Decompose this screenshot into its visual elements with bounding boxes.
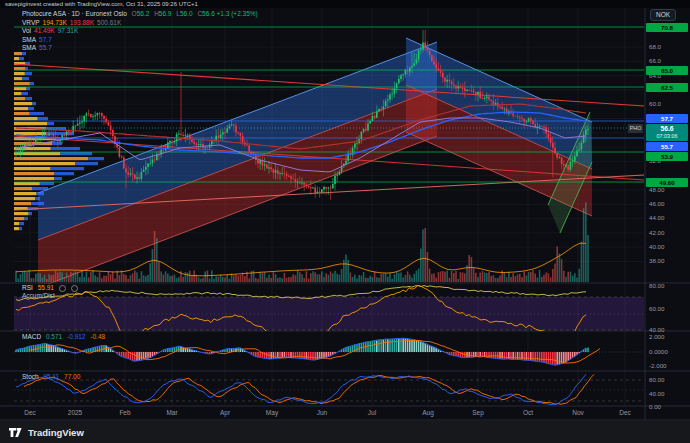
time-axis[interactable]: Dec2025FebMarAprMayJunJulAugSepOctNovDec (0, 407, 690, 420)
last-price-symbol-tag: PHO (628, 124, 643, 133)
macd-line-value: -0.912 (67, 333, 85, 340)
indicator-value: 55.7 (39, 44, 52, 51)
macd-label: MACD (22, 333, 41, 340)
close-value: 56.6 (202, 10, 215, 17)
high-value: 56.9 (159, 10, 172, 17)
stoch-d-value: 77.00 (64, 373, 80, 380)
rsi-legend[interactable]: RSI 55.91 Accum/Dist (22, 284, 78, 300)
tradingview-brand-text[interactable]: TradingView (28, 427, 84, 438)
time-axis-label: Dec (24, 407, 36, 419)
price-level-badge: 57.7 (646, 114, 688, 123)
price-level-badge: 62.5 (646, 83, 688, 92)
indicator-scale-tick: 60.00 (649, 305, 664, 313)
accum-dist-label[interactable]: Accum/Dist (22, 292, 78, 300)
macd-hist-value: 0.571 (46, 333, 62, 340)
indicator-name: Vol (22, 27, 31, 34)
price-level-badge: 70.8 (646, 23, 688, 32)
time-axis-label: Jun (317, 407, 327, 419)
time-axis-label: Jul (368, 407, 376, 419)
time-axis-label: Mar (166, 407, 177, 419)
indicator-scale-tick: 80.00 (649, 282, 664, 290)
time-axis-label: Aug (422, 407, 434, 419)
indicator-scale-tick: 80.00 (649, 376, 664, 384)
indicator-legend-row[interactable]: Vol41.49K97.31K (22, 27, 258, 36)
attribution-bar: savepiginvest created with TradingView.c… (0, 0, 690, 8)
macd-legend[interactable]: MACD 0.571 -0.912 -0.48 (22, 333, 105, 341)
price-tick: 48.00 (649, 186, 664, 194)
stoch-label: Stoch (22, 373, 39, 380)
price-level-badge: 65.0 (646, 66, 688, 75)
indicator-value: 193.88K (70, 19, 94, 26)
symbol-title-row: Photocure ASA · 1D · Euronext Oslo O56.2… (22, 10, 258, 19)
price-tick: 46.00 (649, 200, 664, 208)
symbol-legend[interactable]: Photocure ASA · 1D · Euronext Oslo O56.2… (22, 10, 258, 53)
indicator-name: SMA (22, 44, 36, 51)
price-axis[interactable]: PHO 56.6 07:03:06 68.066.064.060.052.048… (645, 0, 690, 420)
rsi-eye-icon[interactable] (59, 285, 66, 292)
price-level-badge: 55.7 (646, 142, 688, 151)
indicator-legend-rows: VRVP194.73K193.88K500.61KVol41.49K97.31K… (22, 19, 258, 53)
price-tick: 66.0 (649, 57, 661, 65)
indicator-scale-tick: 40.00 (649, 390, 664, 398)
indicator-name: VRVP (22, 19, 40, 26)
indicator-legend-row[interactable]: SMA55.7 (22, 44, 258, 53)
indicator-scale-tick: 2.000 (649, 333, 664, 341)
price-tick: 60.0 (649, 100, 661, 108)
price-level-badge: 49.60 (646, 178, 688, 187)
price-tick: 38.00 (649, 257, 664, 265)
bar-countdown: 07:03:06 (646, 133, 688, 140)
time-axis-label: Oct (523, 407, 533, 419)
last-price-badge: 56.6 07:03:06 (646, 124, 688, 141)
time-axis-label: Sep (472, 407, 484, 419)
stoch-legend[interactable]: Stoch 95.11 77.00 (22, 373, 80, 381)
rsi-label: RSI (22, 284, 33, 291)
indicator-value: 57.7 (39, 36, 52, 43)
price-tick: 40.00 (649, 243, 664, 251)
open-value: 56.2 (137, 10, 150, 17)
indicator-legend-row[interactable]: SMA57.7 (22, 36, 258, 45)
time-axis-label: May (266, 407, 278, 419)
stoch-k-value: 95.11 (43, 373, 59, 380)
time-axis-label: 2025 (68, 407, 82, 419)
last-price-value: 56.6 (646, 124, 688, 133)
indicator-value: 500.61K (97, 19, 121, 26)
indicator-value: 97.31K (58, 27, 79, 34)
rsi-value: 55.91 (38, 284, 54, 291)
indicator-value: 194.73K (43, 19, 67, 26)
tradingview-chart-window: { "header": { "attribution": "savepiginv… (0, 0, 690, 443)
rsi-settings-icon[interactable] (71, 285, 78, 292)
price-tick: 68.0 (649, 43, 661, 51)
price-tick: 42.00 (649, 229, 664, 237)
tradingview-logo-icon[interactable] (8, 426, 23, 439)
time-axis-label: Apr (220, 407, 230, 419)
attribution-text: savepiginvest created with TradingView.c… (5, 1, 198, 7)
macd-signal-value: -0.48 (90, 333, 105, 340)
time-axis-label: Dec (619, 407, 631, 419)
bottom-toolbar: TradingView (0, 421, 690, 443)
indicator-value: 41.49K (34, 27, 55, 34)
indicator-name: SMA (22, 36, 36, 43)
change-value: +1.3 (+2.35%) (217, 10, 258, 17)
price-tick: 44.00 (649, 214, 664, 222)
chart-canvas[interactable] (0, 0, 690, 443)
indicator-scale-tick: -2.000 (649, 362, 667, 370)
time-axis-label: Feb (119, 407, 130, 419)
symbol-title[interactable]: Photocure ASA · 1D · Euronext Oslo (22, 10, 127, 17)
indicator-scale-tick: 0.0000 (649, 348, 668, 356)
indicator-legend-row[interactable]: VRVP194.73K193.88K500.61K (22, 19, 258, 28)
time-axis-label: Nov (572, 407, 584, 419)
price-level-badge: 53.9 (646, 152, 688, 161)
low-value: 56.0 (180, 10, 193, 17)
